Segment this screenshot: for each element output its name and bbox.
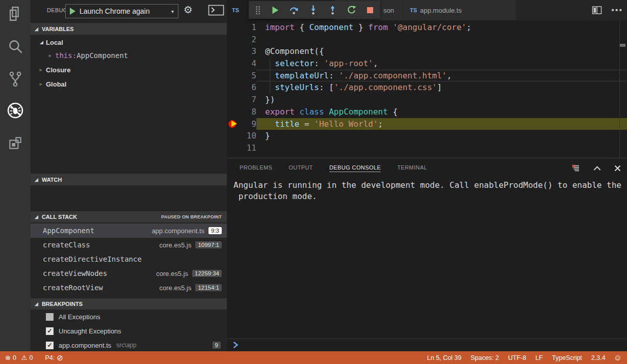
ruler-decoration xyxy=(620,44,625,47)
call-stack-frame[interactable]: createClasscore.es5.js10997:1 xyxy=(31,238,227,252)
bottom-panel: PROBLEMSOUTPUTDEBUG CONSOLETERMINAL Angu… xyxy=(227,158,627,351)
step-out-icon[interactable] xyxy=(328,5,337,15)
warning-count[interactable]: ⚠ 0 xyxy=(21,354,33,361)
launch-config-dropdown[interactable]: Launch Chrome again ▾ xyxy=(65,4,178,18)
variables-section-header[interactable]: ◢ VARIABLES xyxy=(31,23,227,35)
breakpoints-section-header[interactable]: ◢ BREAKPOINTS xyxy=(31,298,227,310)
debug-console-output[interactable]: Angular is running in the development mo… xyxy=(233,180,627,202)
code-line[interactable]: 7}) xyxy=(227,94,627,106)
search-icon[interactable] xyxy=(0,34,31,59)
code-line[interactable]: 3@Component({ xyxy=(227,45,627,58)
breakpoint-item[interactable]: ✓Uncaught Exceptions xyxy=(31,324,227,338)
code-line-text[interactable] xyxy=(256,142,627,154)
breakpoint-checkbox[interactable]: ✓ xyxy=(46,342,54,349)
explorer-icon[interactable] xyxy=(0,1,31,26)
line-number: 2 xyxy=(227,34,256,46)
drag-grip-icon[interactable] xyxy=(255,6,261,15)
panel-tab-debug-console[interactable]: DEBUG CONSOLE xyxy=(329,164,381,172)
breakpoint-item[interactable]: ✓app.component.tssrc\app9 xyxy=(31,338,227,352)
tab-app-module-ts[interactable]: TS app.module.ts xyxy=(403,0,516,20)
call-stack-frame[interactable]: AppComponentapp.component.ts9:3 xyxy=(31,223,227,238)
scope-global[interactable]: ▹ Global xyxy=(31,77,227,91)
call-stack-frame[interactable]: createDirectiveInstance xyxy=(31,252,227,266)
code-line-text[interactable]: selector: 'app-root', xyxy=(256,58,627,70)
configure-gear-icon[interactable]: ⚙ xyxy=(184,4,193,16)
status-item[interactable]: 2.3.4 xyxy=(591,354,606,361)
variable-this[interactable]: ▹ this: AppComponent xyxy=(31,49,227,62)
start-debug-icon[interactable] xyxy=(70,8,75,15)
restart-icon[interactable] xyxy=(347,5,356,15)
continue-icon[interactable] xyxy=(271,6,280,15)
breakpoint-item[interactable]: All Exceptions xyxy=(31,310,227,324)
code-line-text[interactable]: title = 'Hello World'; xyxy=(256,118,627,130)
code-token: styleUrls xyxy=(275,82,319,92)
clear-console-icon[interactable] xyxy=(571,164,580,173)
code-line-text[interactable]: }) xyxy=(256,94,627,106)
code-token: 'app-root' xyxy=(324,59,373,68)
line-number: 4 xyxy=(227,58,256,70)
code-line-text[interactable]: } xyxy=(256,130,627,142)
feedback-smiley-icon[interactable]: ☺ xyxy=(614,353,622,362)
code-token: , xyxy=(373,59,378,68)
panel-tab-terminal[interactable]: TERMINAL xyxy=(397,164,427,172)
debug-icon[interactable] xyxy=(0,98,31,123)
extensions-icon[interactable] xyxy=(0,130,31,156)
code-line[interactable]: 6 styleUrls: ['./app.component.css'] xyxy=(227,81,627,94)
call-stack-frame[interactable]: createViewNodescore.es5.js12259:34 xyxy=(31,266,227,281)
maximize-panel-icon[interactable] xyxy=(593,165,601,171)
prohibited-icon: ⊘ xyxy=(57,353,63,362)
status-item[interactable]: UTF-8 xyxy=(508,354,526,361)
panel-tab-output[interactable]: OUTPUT xyxy=(289,164,313,172)
call-stack-frame[interactable]: createRootViewcore.es5.js12154:1 xyxy=(31,281,227,295)
step-over-icon[interactable] xyxy=(289,5,299,15)
status-item[interactable]: Spaces: 2 xyxy=(471,354,499,361)
code-line[interactable]: 9 title = 'Hello World'; xyxy=(227,118,627,130)
code-line[interactable]: 4 selector: 'app-root', xyxy=(227,58,627,70)
code-token: : xyxy=(314,59,324,68)
close-panel-icon[interactable] xyxy=(614,165,621,172)
code-editor[interactable]: 1import { Component } from '@angular/cor… xyxy=(227,20,627,158)
code-line[interactable]: 5 templateUrl: './app.component.html', xyxy=(227,70,627,82)
code-line[interactable]: 8export class AppComponent { xyxy=(227,106,627,118)
stop-icon[interactable] xyxy=(366,6,374,14)
line-number: 1 xyxy=(227,21,256,34)
code-line-text[interactable]: templateUrl: './app.component.html', xyxy=(256,70,627,82)
breakpoint-checkbox[interactable]: ✓ xyxy=(46,327,54,335)
split-editor-icon[interactable] xyxy=(592,6,602,15)
code-line[interactable]: 2 xyxy=(227,34,627,46)
code-token: Component xyxy=(309,22,354,32)
overview-ruler[interactable] xyxy=(619,20,620,158)
watch-section-header[interactable]: ◢ WATCH xyxy=(31,174,227,185)
perforce-status[interactable]: P4: ⊘ xyxy=(45,353,63,362)
code-line[interactable]: 1import { Component } from '@angular/cor… xyxy=(227,21,627,34)
source-control-icon[interactable] xyxy=(0,66,31,92)
error-icon: ⊗ xyxy=(5,354,11,361)
code-line-text[interactable]: styleUrls: ['./app.component.css'] xyxy=(256,81,627,94)
code-line-text[interactable]: export class AppComponent { xyxy=(256,106,627,118)
code-line[interactable]: 11 xyxy=(227,142,627,154)
frame-name: createViewNodes xyxy=(43,269,107,277)
typescript-file-icon: TS xyxy=(232,7,239,13)
console-line: production mode. xyxy=(233,191,627,202)
panel-tab-problems[interactable]: PROBLEMS xyxy=(240,164,272,172)
debug-console-input[interactable] xyxy=(227,339,627,351)
code-line-text[interactable] xyxy=(256,34,627,46)
status-item[interactable]: TypeScript xyxy=(552,354,582,361)
status-item[interactable]: Ln 5, Col 39 xyxy=(427,354,461,361)
frame-file: core.es5.js xyxy=(156,270,188,277)
frame-position-badge: 10997:1 xyxy=(195,241,222,248)
open-debug-console-icon[interactable] xyxy=(208,5,224,16)
more-actions-icon[interactable]: ••• xyxy=(611,6,623,15)
code-token: class xyxy=(299,107,329,117)
code-line-text[interactable]: import { Component } from '@angular/core… xyxy=(256,21,627,34)
launch-config-name: Launch Chrome again xyxy=(80,7,171,15)
code-line[interactable]: 10} xyxy=(227,130,627,142)
scope-local[interactable]: ◢ Local xyxy=(31,36,227,49)
error-count[interactable]: ⊗ 0 xyxy=(5,354,16,361)
code-line-text[interactable]: @Component({ xyxy=(256,45,627,58)
step-into-icon[interactable] xyxy=(308,5,318,15)
status-item[interactable]: LF xyxy=(535,354,543,361)
call-stack-section-header[interactable]: ◢ CALL STACK PAUSED ON BREAKPOINT xyxy=(31,211,227,222)
scope-closure[interactable]: ▹ Closure xyxy=(31,63,227,76)
breakpoint-checkbox[interactable] xyxy=(46,313,54,321)
